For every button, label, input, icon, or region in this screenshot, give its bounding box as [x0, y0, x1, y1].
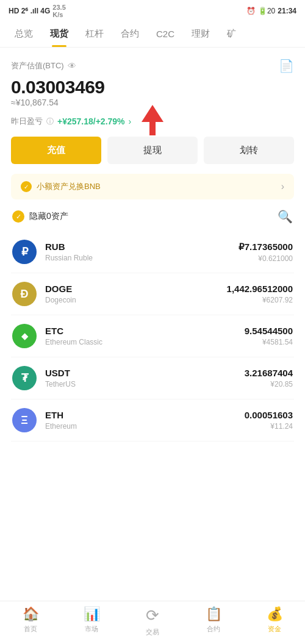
eth-values: 0.00051603 ¥11.24: [245, 410, 293, 431]
profit-value: +¥257.18/+2.79%: [57, 116, 125, 126]
doge-fullname: Dogecoin: [45, 296, 218, 304]
doge-coin-icon: Ð: [12, 282, 37, 306]
nav-market[interactable]: 📊 市场: [61, 606, 122, 637]
list-item[interactable]: ◆ ETC Ethereum Classic 9.54544500 ¥4581.…: [11, 315, 294, 357]
etc-cny: ¥4581.54: [245, 338, 293, 346]
asset-valuation-label: 资产估值(BTC): [11, 60, 64, 71]
usdt-coin-icon: ₮: [12, 366, 37, 390]
filter-label: 隐藏0资产: [29, 211, 68, 222]
doge-cny: ¥6207.92: [227, 296, 293, 304]
doge-coin-info: DOGE Dogecoin: [45, 284, 218, 304]
doge-symbol: DOGE: [45, 284, 218, 294]
list-item[interactable]: ₮ USDT TetherUS 3.21687404 ¥20.85: [11, 357, 294, 399]
profit-label: 昨日盈亏: [11, 116, 43, 127]
asset-cny-amount: ≈¥10,867.54: [11, 98, 105, 107]
recharge-button[interactable]: 充值: [11, 137, 101, 164]
nav-contract-label: 合约: [207, 624, 220, 634]
usdt-cny: ¥20.85: [245, 380, 293, 388]
transfer-button[interactable]: 划转: [204, 137, 294, 164]
tab-contract[interactable]: 合约: [112, 21, 148, 47]
status-bar: HD 2⁶ .ıll 4G 23.5K/s ⏰ 🔋20 21:34: [0, 0, 305, 21]
etc-fullname: Ethereum Classic: [45, 338, 236, 346]
usdt-fullname: TetherUS: [45, 380, 236, 388]
bnb-text: 小额资产兑换BNB: [37, 181, 101, 192]
arrow-annotation: [142, 105, 163, 135]
action-buttons: 充值 提现 划转: [11, 137, 294, 164]
tab-mine[interactable]: 矿: [218, 21, 245, 47]
tab-spot[interactable]: 现货: [41, 21, 77, 47]
tab-c2c[interactable]: C2C: [148, 21, 183, 46]
status-alarm: ⏰: [246, 7, 256, 15]
list-item[interactable]: Ð DOGE Dogecoin 1,442.96512000 ¥6207.92: [11, 273, 294, 315]
nav-trade[interactable]: ⟳ 交易: [122, 606, 183, 637]
list-item[interactable]: Ξ ETH Ethereum 0.00051603 ¥11.24: [11, 399, 294, 442]
eth-symbol: ETH: [45, 410, 236, 420]
tab-overview[interactable]: 总览: [6, 21, 41, 47]
eth-coin-info: ETH Ethereum: [45, 410, 236, 431]
status-network: HD 2⁶ .ıll 4G: [9, 7, 50, 15]
asset-btc-amount: 0.03003469: [11, 77, 105, 98]
usdt-coin-info: USDT TetherUS: [45, 368, 236, 388]
bnb-banner[interactable]: ✓ 小额资产兑换BNB ›: [11, 174, 294, 199]
eth-cny: ¥11.24: [245, 422, 293, 431]
asset-list: ₽ RUB Russian Ruble ₽7.17365000 ¥0.62100…: [11, 231, 294, 442]
eth-fullname: Ethereum: [45, 422, 236, 431]
nav-trade-label: 交易: [146, 628, 159, 637]
bottom-nav: 🏠 首页 📊 市场 ⟳ 交易 📋 合约 💰 资金: [0, 601, 305, 644]
usdt-values: 3.21687404 ¥20.85: [245, 368, 293, 388]
status-speed: 23.5K/s: [52, 4, 65, 18]
etc-amount: 9.54544500: [245, 326, 293, 336]
asset-label-row: 资产估值(BTC) 👁 📄: [11, 59, 294, 73]
market-icon: 📊: [84, 606, 100, 622]
arrow-up: [142, 105, 163, 122]
usdt-amount: 3.21687404: [245, 368, 293, 378]
doge-values: 1,442.96512000 ¥6207.92: [227, 284, 293, 304]
filter-check-icon[interactable]: ✓: [12, 210, 24, 223]
nav-home-label: 首页: [24, 624, 37, 634]
etc-coin-info: ETC Ethereum Classic: [45, 326, 236, 346]
rub-cny: ¥0.621000: [239, 254, 293, 263]
home-icon: 🏠: [23, 606, 39, 622]
tab-leverage[interactable]: 杠杆: [77, 21, 112, 47]
nav-assets[interactable]: 💰 资金: [244, 606, 305, 637]
bnb-left: ✓ 小额资产兑换BNB: [21, 181, 101, 192]
doge-amount: 1,442.96512000: [227, 284, 293, 294]
etc-coin-icon: ◆: [12, 324, 37, 348]
rub-coin-info: RUB Russian Ruble: [45, 242, 230, 262]
status-right: ⏰ 🔋20 21:34: [246, 7, 296, 15]
receipt-icon[interactable]: 📄: [279, 59, 294, 73]
search-icon[interactable]: 🔍: [278, 209, 293, 224]
status-time: 21:34: [278, 7, 296, 15]
rub-fullname: Russian Ruble: [45, 254, 230, 262]
rub-amount: ₽7.17365000: [239, 242, 293, 252]
usdt-symbol: USDT: [45, 368, 236, 378]
bnb-check-icon: ✓: [21, 181, 32, 192]
profit-arrow[interactable]: ›: [129, 116, 132, 126]
nav-home[interactable]: 🏠 首页: [0, 606, 61, 637]
tab-finance[interactable]: 理财: [183, 21, 218, 47]
nav-contract[interactable]: 📋 合约: [183, 606, 244, 637]
status-battery: 🔋20: [258, 7, 275, 15]
trade-icon: ⟳: [146, 606, 159, 625]
nav-market-label: 市场: [85, 624, 98, 634]
list-item[interactable]: ₽ RUB Russian Ruble ₽7.17365000 ¥0.62100…: [11, 231, 294, 273]
withdraw-button[interactable]: 提现: [107, 137, 198, 164]
rub-coin-icon: ₽: [12, 240, 37, 264]
contract-icon: 📋: [206, 606, 222, 622]
main-content: 资产估值(BTC) 👁 📄 0.03003469 ≈¥10,867.54 昨日盈…: [0, 48, 305, 490]
nav-tabs: 总览 现货 杠杆 合约 C2C 理财 矿: [0, 21, 305, 48]
profit-info-icon: ⓘ: [46, 116, 54, 127]
rub-values: ₽7.17365000 ¥0.621000: [239, 242, 293, 263]
etc-values: 9.54544500 ¥4581.54: [245, 326, 293, 346]
filter-left: ✓ 隐藏0资产: [12, 210, 68, 223]
nav-assets-label: 资金: [268, 624, 281, 634]
eth-coin-icon: Ξ: [12, 408, 37, 432]
filter-row: ✓ 隐藏0资产 🔍: [11, 209, 294, 224]
bnb-chevron-icon: ›: [281, 181, 284, 192]
eth-amount: 0.00051603: [245, 410, 293, 420]
etc-symbol: ETC: [45, 326, 236, 336]
arrow-stem: [149, 122, 156, 135]
rub-symbol: RUB: [45, 242, 230, 252]
status-left: HD 2⁶ .ıll 4G 23.5K/s: [9, 4, 66, 18]
eye-icon[interactable]: 👁: [68, 61, 76, 71]
